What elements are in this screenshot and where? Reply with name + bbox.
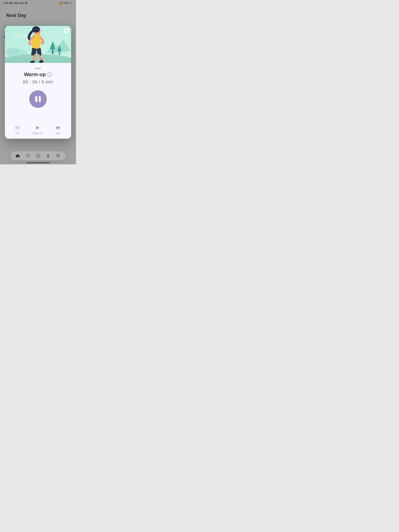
bottom-controls: List Music On [5,122,71,139]
next-control[interactable]: Next [56,126,61,135]
pause-button[interactable] [29,90,47,108]
svg-point-26 [15,128,16,129]
svg-marker-29 [58,126,60,129]
workout-title: Warm-up i [10,71,66,77]
workout-modal: × Now Warm-up i 00 : 26 / 5 min [5,26,71,139]
svg-point-20 [41,42,44,44]
list-label: List [16,132,19,134]
music-icon [36,126,40,131]
music-label: Music On [33,132,43,135]
list-icon [15,126,20,130]
svg-point-2 [6,48,19,55]
next-label: Next [56,132,61,135]
modal-content: Now Warm-up i 00 : 26 / 5 min [5,63,71,122]
svg-point-10 [50,31,57,34]
info-icon-button[interactable]: i [47,72,52,77]
svg-point-8 [13,34,20,38]
music-control[interactable]: Music On [33,126,43,135]
pause-bar-left [35,96,37,102]
pause-bar-right [39,96,41,102]
modal-overlay[interactable]: × Now Warm-up i 00 : 26 / 5 min [0,0,76,164]
svg-point-24 [15,126,16,127]
timer-display: 00 : 26 / 5 min [10,79,66,84]
hero-area: × [5,26,71,63]
svg-point-7 [20,33,29,38]
svg-marker-28 [56,126,58,129]
svg-point-19 [29,43,32,45]
runner-illustration [5,26,71,63]
next-icon [56,126,61,131]
now-label: Now [10,67,66,70]
svg-marker-27 [36,126,39,129]
close-button[interactable]: × [63,28,69,34]
workout-name: Warm-up [24,71,46,77]
svg-point-25 [15,127,16,128]
svg-rect-15 [59,51,60,55]
svg-rect-12 [52,49,53,54]
list-control[interactable]: List [15,126,20,134]
